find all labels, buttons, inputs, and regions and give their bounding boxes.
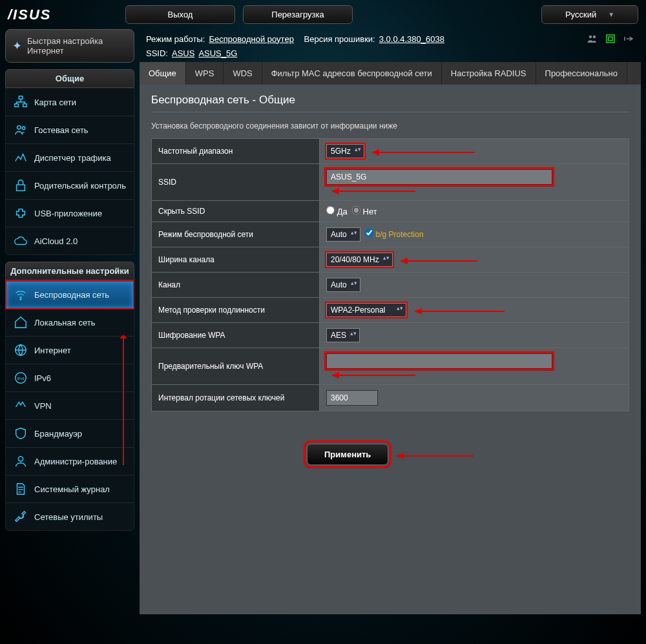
annotation-arrow (331, 369, 415, 379)
svg-rect-1 (15, 104, 19, 107)
tab-general[interactable]: Общие (140, 62, 186, 85)
hide-yes-option[interactable]: Да (326, 207, 348, 216)
width-select[interactable]: 20/40/80 MHz▴▾ (326, 253, 393, 267)
sidebar-item-vpn[interactable]: VPN (6, 392, 134, 420)
svg-rect-0 (19, 96, 23, 99)
chevron-down-icon: ▼ (608, 11, 614, 18)
clients-icon[interactable] (587, 33, 598, 45)
svg-rect-13 (607, 35, 614, 43)
tools-icon (14, 510, 28, 524)
enc-select[interactable]: AES▴▾ (326, 328, 360, 342)
bgprot-label: b/g Protection (376, 230, 424, 239)
sidebar-advanced-header: Дополнительные настройки (5, 262, 134, 280)
sidebar-item-label: Брандмауэр (34, 429, 82, 439)
sidebar-item-label: Интернет (34, 346, 71, 355)
wand-icon: ✦ (12, 39, 22, 53)
sidebar-item-guest-network[interactable]: Гостевая сеть (6, 116, 134, 144)
tab-wps[interactable]: WPS (186, 62, 224, 85)
svg-rect-5 (17, 185, 25, 191)
tab-radius[interactable]: Настройка RADIUS (442, 62, 536, 85)
psk-input[interactable] (326, 353, 552, 369)
sidebar-item-aicloud[interactable]: AiCloud 2.0 (6, 227, 134, 254)
sidebar-item-nettools[interactable]: Сетевые утилиты (6, 503, 134, 530)
sidebar-item-parental[interactable]: Родительский контроль (6, 172, 134, 200)
svg-marker-22 (414, 308, 422, 315)
language-label: Русский (565, 10, 596, 19)
status-bar: Режим работы: Беспроводной роутер Версия… (140, 29, 641, 48)
wlmode-select[interactable]: Auto▴▾ (326, 227, 360, 242)
sidebar-item-traffic[interactable]: Диспетчер трафика (6, 144, 134, 172)
sidebar-item-wan[interactable]: Интернет (6, 337, 134, 364)
sidebar-item-syslog[interactable]: Системный журнал (6, 475, 134, 503)
fw-link[interactable]: 3.0.0.4.380_6038 (379, 34, 444, 44)
sidebar-item-label: Диспетчер трафика (34, 153, 111, 163)
shield-icon (14, 426, 28, 441)
connection-icon[interactable] (605, 33, 616, 45)
band-select[interactable]: 5GHz▴▾ (326, 144, 364, 158)
sidebar-general-list: Карта сети Гостевая сеть Диспетчер трафи… (5, 88, 134, 255)
reboot-button[interactable]: Перезагрузка (243, 5, 353, 24)
language-select[interactable]: Русский ▼ (541, 5, 638, 24)
ssid-label: SSID (152, 164, 320, 201)
tab-pro[interactable]: Профессионально (536, 62, 627, 85)
annotation-vertical-line (123, 336, 124, 465)
sidebar-item-network-map[interactable]: Карта сети (6, 88, 134, 116)
band-label: Частотный диапазон (152, 139, 320, 164)
users-icon (14, 123, 28, 137)
svg-point-3 (17, 126, 21, 130)
no-label: Нет (363, 207, 377, 216)
quick-internet-setup-button[interactable]: ✦ Быстрая настройка Интернет (5, 29, 134, 63)
usb-icon[interactable] (623, 33, 634, 45)
updown-icon: ▴▾ (383, 254, 390, 261)
document-icon (14, 482, 28, 496)
auth-select[interactable]: WPA2-Personal▴▾ (326, 303, 406, 317)
enc-label: Шифрование WPA (152, 323, 320, 348)
sidebar-item-wireless[interactable]: Беспроводная сеть (6, 281, 134, 309)
sidebar-advanced-list: Беспроводная сеть Локальная сеть Интерне… (5, 280, 134, 531)
traffic-icon (14, 151, 28, 165)
sidebar-item-label: Гостевая сеть (34, 125, 89, 135)
panel: Беспроводная сеть - Общие Установка бесп… (140, 85, 641, 614)
ssid2-link[interactable]: ASUS_5G (198, 48, 237, 58)
sidebar-item-label: Сетевые утилиты (34, 512, 103, 522)
svg-point-11 (589, 36, 592, 39)
sidebar-item-label: Беспроводная сеть (34, 290, 109, 300)
channel-select[interactable]: Auto▴▾ (326, 278, 360, 292)
sidebar-item-ipv6[interactable]: IPv6IPv6 (6, 364, 134, 392)
wlmode-label: Режим беспроводной сети (152, 222, 320, 247)
puzzle-icon (14, 206, 28, 220)
updown-icon: ▴▾ (351, 280, 357, 286)
wlmode-value: Auto (331, 230, 347, 239)
vpn-icon (14, 399, 28, 413)
rekey-label: Интервал ротации сетевых ключей (152, 385, 320, 411)
mode-label: Режим работы: (146, 34, 205, 44)
logout-button[interactable]: Выход (125, 5, 235, 24)
annotation-arrow (331, 185, 415, 195)
svg-marker-18 (331, 188, 339, 194)
svg-marker-26 (396, 453, 404, 459)
network-map-icon (14, 95, 28, 109)
annotation-arrow (371, 147, 475, 156)
sidebar-item-lan[interactable]: Локальная сеть (6, 309, 134, 337)
rekey-input[interactable] (326, 390, 378, 406)
svg-marker-24 (331, 372, 339, 379)
tab-macfilter[interactable]: Фильтр MAC адресов беспроводной сети (262, 62, 442, 85)
updown-icon: ▴▾ (350, 330, 357, 337)
hide-no-option[interactable]: Нет (352, 207, 377, 216)
bgprot-checkbox[interactable] (365, 229, 373, 237)
apply-button[interactable]: Применить (307, 444, 388, 465)
qis-label: Быстрая настройка Интернет (27, 36, 127, 56)
tab-wds[interactable]: WDS (224, 62, 262, 85)
ssid-input[interactable] (326, 169, 552, 185)
enc-value: AES (331, 331, 346, 340)
fw-label: Версия прошивки: (304, 34, 375, 44)
hide-ssid-label: Скрыть SSID (152, 201, 320, 222)
ssid1-link[interactable]: ASUS (172, 48, 194, 58)
sidebar-item-label: USB-приложение (34, 209, 102, 218)
sidebar-item-label: VPN (34, 401, 52, 411)
mode-link[interactable]: Беспроводной роутер (209, 34, 293, 44)
admin-icon (14, 454, 28, 468)
sidebar-item-firewall[interactable]: Брандмауэр (6, 420, 134, 448)
sidebar-item-admin[interactable]: Администри-рование (6, 448, 134, 475)
sidebar-item-usb[interactable]: USB-приложение (6, 200, 134, 227)
